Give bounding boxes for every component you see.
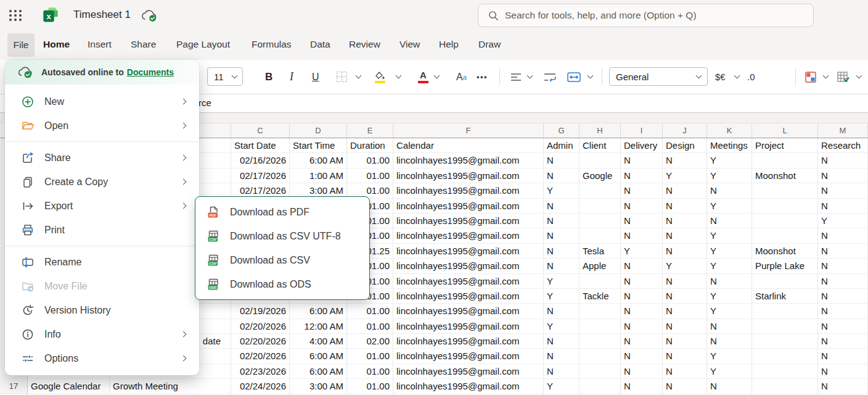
download-as-csv-item[interactable]: CSV Download as CSV: [195, 248, 369, 272]
file-menu-item-create-a-copy[interactable]: Create a Copy: [5, 170, 199, 194]
tab-share[interactable]: Share: [131, 31, 156, 60]
cell[interactable]: N: [663, 379, 707, 394]
cell[interactable]: lincolnhayes1995@gmail.com: [393, 183, 544, 198]
cell[interactable]: [752, 349, 818, 364]
cell[interactable]: 12:00 AM: [290, 319, 347, 334]
cell[interactable]: N: [621, 379, 663, 394]
cell[interactable]: N: [621, 199, 663, 214]
cell[interactable]: [579, 153, 621, 168]
column-header[interactable]: K: [707, 123, 752, 138]
header-cell[interactable]: Meetings: [707, 138, 752, 153]
download-as-csv-utf8-item[interactable]: CSV Download as CSV UTF-8: [195, 224, 369, 248]
cell[interactable]: N: [663, 214, 707, 228]
cell[interactable]: 02.00: [347, 334, 393, 349]
cell[interactable]: Y: [707, 168, 752, 183]
cell[interactable]: 6:00 AM: [290, 364, 347, 379]
cell[interactable]: Moonshot: [752, 244, 818, 259]
cell[interactable]: Moonshot: [752, 168, 818, 183]
cell[interactable]: lincolnhayes1995@gmail.com: [393, 214, 544, 228]
cell[interactable]: Starlink: [752, 289, 818, 304]
conditional-formatting-button[interactable]: [805, 60, 816, 94]
cell[interactable]: N: [621, 168, 663, 183]
cell[interactable]: Y: [818, 214, 868, 228]
cell[interactable]: [752, 183, 818, 198]
cell[interactable]: Y: [544, 289, 579, 304]
cell[interactable]: 02/16/2026: [231, 153, 290, 168]
header-cell[interactable]: Admin: [544, 138, 579, 153]
cell[interactable]: Y: [707, 153, 752, 168]
cell[interactable]: Y: [707, 349, 752, 364]
cell[interactable]: lincolnhayes1995@gmail.com: [393, 153, 544, 168]
cell[interactable]: Y: [544, 379, 579, 394]
font-color-button[interactable]: A: [418, 60, 428, 94]
borders-button[interactable]: [336, 60, 348, 94]
font-size-combo[interactable]: 11: [207, 67, 243, 86]
cell[interactable]: N: [663, 153, 707, 168]
tab-view[interactable]: View: [399, 31, 420, 60]
file-menu-item-print[interactable]: Print: [5, 218, 199, 242]
cell[interactable]: N: [707, 319, 752, 334]
cell[interactable]: Y: [707, 199, 752, 214]
cell[interactable]: Y: [707, 304, 752, 318]
cell[interactable]: 02/23/2026: [231, 364, 290, 379]
cell[interactable]: N: [818, 153, 868, 168]
cell[interactable]: [752, 319, 818, 334]
cell[interactable]: 01.00: [347, 304, 393, 318]
cell[interactable]: N: [818, 289, 868, 304]
app-launcher-icon[interactable]: [8, 8, 23, 23]
cell[interactable]: N: [544, 199, 579, 214]
cell[interactable]: N: [818, 304, 868, 318]
currency-format-button[interactable]: $€: [715, 60, 726, 94]
cell[interactable]: lincolnhayes1995@gmail.com: [393, 274, 544, 289]
cell[interactable]: Apple: [579, 259, 621, 273]
header-cell[interactable]: Calendar: [393, 138, 544, 153]
cell[interactable]: N: [544, 153, 579, 168]
cell[interactable]: Y: [663, 168, 707, 183]
tab-insert[interactable]: Insert: [88, 31, 112, 60]
tab-file[interactable]: File: [7, 33, 35, 57]
column-header[interactable]: M: [818, 123, 868, 138]
cell[interactable]: N: [663, 364, 707, 379]
search-input[interactable]: [505, 10, 801, 21]
bold-button[interactable]: B: [265, 60, 272, 94]
cell[interactable]: N: [544, 349, 579, 364]
file-menu-item-rename[interactable]: Rename: [5, 250, 199, 274]
column-header[interactable]: C: [231, 123, 290, 138]
cell[interactable]: N: [707, 274, 752, 289]
cell[interactable]: 01.00: [347, 364, 393, 379]
cell[interactable]: [752, 364, 818, 379]
file-menu-item-options[interactable]: Options: [5, 346, 199, 370]
cell[interactable]: Y: [707, 244, 752, 259]
cell[interactable]: N: [663, 228, 707, 243]
cell[interactable]: Tackle: [579, 289, 621, 304]
cell[interactable]: N: [818, 274, 868, 289]
cell[interactable]: N: [621, 364, 663, 379]
file-menu-item-move-file[interactable]: Move File: [5, 274, 199, 298]
column-header[interactable]: F: [393, 123, 544, 138]
cell[interactable]: N: [621, 153, 663, 168]
cell[interactable]: N: [663, 349, 707, 364]
cell[interactable]: N: [707, 379, 752, 394]
cell[interactable]: N: [707, 183, 752, 198]
cell[interactable]: lincolnhayes1995@gmail.com: [393, 319, 544, 334]
row-number[interactable]: 17: [0, 379, 28, 394]
cell[interactable]: N: [663, 334, 707, 349]
cell[interactable]: N: [818, 259, 868, 273]
download-as-pdf-item[interactable]: PDF Download as PDF: [195, 200, 369, 224]
font-color-dropdown-chevron[interactable]: [435, 60, 439, 94]
cell[interactable]: 02/17/2026: [231, 168, 290, 183]
cell[interactable]: [752, 199, 818, 214]
cell[interactable]: N: [621, 304, 663, 318]
cell[interactable]: Y: [707, 228, 752, 243]
cell[interactable]: lincolnhayes1995@gmail.com: [393, 304, 544, 318]
cell[interactable]: Y: [663, 259, 707, 273]
cell[interactable]: [752, 153, 818, 168]
cell[interactable]: Y: [707, 259, 752, 273]
cell[interactable]: [579, 319, 621, 334]
cell[interactable]: Growth Meeting: [110, 379, 231, 394]
cell[interactable]: [752, 334, 818, 349]
cell[interactable]: [579, 379, 621, 394]
column-header[interactable]: J: [663, 123, 707, 138]
download-as-ods-item[interactable]: ODS Download as ODS: [195, 272, 369, 296]
column-header[interactable]: I: [621, 123, 663, 138]
